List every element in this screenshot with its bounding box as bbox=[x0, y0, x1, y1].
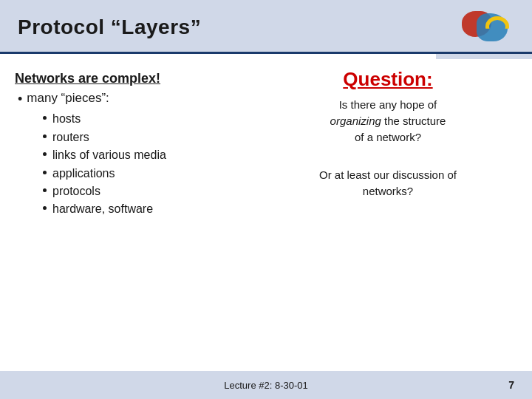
list-item-text: links of various media bbox=[52, 147, 166, 163]
title-area: Protocol “Layers” bbox=[0, 0, 436, 52]
networks-heading: Networks are complex! bbox=[15, 71, 251, 86]
footer: Lecture #2: 8-30-01 7 bbox=[0, 371, 532, 399]
question-line2: the structure bbox=[381, 115, 446, 127]
list-item-text: protocols bbox=[52, 183, 100, 200]
right-column: Question: Is there any hope of organizin… bbox=[251, 65, 517, 369]
sub-bullet-icon bbox=[43, 206, 47, 210]
list-item-text: hardware, software bbox=[52, 201, 153, 217]
question-line3: of a network? bbox=[355, 131, 421, 143]
question-title: Question: bbox=[330, 68, 446, 91]
list-item: routers bbox=[43, 129, 251, 146]
main-bullet-text: many “pieces”: bbox=[27, 91, 109, 106]
list-item: hardware, software bbox=[43, 201, 251, 217]
bullet-symbol: • bbox=[18, 91, 22, 108]
question-italic: organizing bbox=[330, 115, 381, 127]
or-line2: networks? bbox=[363, 185, 413, 197]
sub-bullet-icon bbox=[43, 116, 47, 120]
sub-bullet-icon bbox=[43, 134, 47, 138]
footer-page: 7 bbox=[455, 379, 514, 391]
slide: Protocol “Layers” Networks are complex! … bbox=[0, 0, 532, 399]
list-item: protocols bbox=[43, 183, 251, 200]
deco-inner bbox=[454, 7, 514, 52]
left-column: Networks are complex! • many “pieces”: h… bbox=[15, 65, 251, 369]
footer-lecture: Lecture #2: 8-30-01 bbox=[224, 380, 307, 391]
question-text: Is there any hope of organizing the stru… bbox=[330, 97, 446, 145]
list-item: links of various media bbox=[43, 147, 251, 163]
deco-image bbox=[436, 0, 532, 59]
sub-bullet-icon bbox=[43, 188, 47, 192]
main-bullet: • many “pieces”: bbox=[15, 91, 251, 108]
list-item: hosts bbox=[43, 111, 251, 127]
sub-list: hosts routers links of various media app… bbox=[15, 111, 251, 217]
question-line1: Is there any hope of bbox=[339, 98, 437, 111]
list-item-text: applications bbox=[52, 166, 115, 182]
slide-title: Protocol “Layers” bbox=[18, 16, 201, 39]
separator bbox=[0, 52, 532, 54]
list-item: applications bbox=[43, 166, 251, 182]
or-box: Or at least our discussion of networks? bbox=[319, 167, 457, 200]
sub-bullet-icon bbox=[43, 171, 47, 174]
list-item-text: routers bbox=[52, 129, 89, 146]
or-line1: Or at least our discussion of bbox=[319, 168, 457, 181]
or-text: Or at least our discussion of networks? bbox=[319, 167, 457, 200]
sub-bullet-icon bbox=[43, 152, 47, 156]
content-area: Networks are complex! • many “pieces”: h… bbox=[0, 58, 532, 369]
list-item-text: hosts bbox=[52, 111, 81, 127]
question-box: Question: Is there any hope of organizin… bbox=[330, 68, 446, 145]
